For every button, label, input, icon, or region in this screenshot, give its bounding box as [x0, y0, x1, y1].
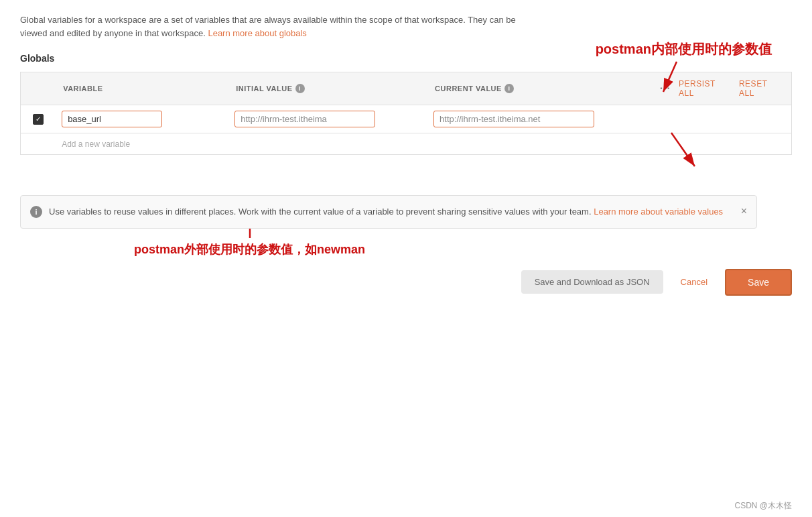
current-value-info-icon: i [504, 84, 514, 93]
persist-all-button[interactable]: Persist All [679, 79, 731, 98]
globals-table: VARIABLE INITIAL VALUE i CURRENT VALUE i [20, 72, 792, 155]
info-box: i Use variables to reuse values in diffe… [20, 195, 757, 229]
th-initial-value: INITIAL VALUE i [228, 72, 427, 105]
initial-value-info-icon: i [295, 84, 305, 93]
add-row: Add a new variable [21, 133, 792, 155]
initial-value-input[interactable] [234, 111, 375, 127]
th-actions: ··· Persist All Reset All [652, 72, 792, 105]
globals-title: Globals [20, 53, 792, 64]
add-variable-placeholder[interactable]: Add a new variable [62, 139, 130, 149]
cancel-button[interactable]: Cancel [674, 270, 714, 294]
save-download-button[interactable]: Save and Download as JSON [521, 270, 663, 294]
table-row: ✓ [21, 105, 792, 133]
row-initial-value-cell [228, 105, 427, 133]
info-box-icon: i [30, 206, 42, 218]
info-box-close-button[interactable]: × [741, 205, 747, 217]
th-variable: VARIABLE [55, 72, 228, 105]
reset-all-button[interactable]: Reset All [739, 79, 783, 98]
row-current-value-cell [427, 105, 652, 133]
variable-input[interactable] [62, 111, 162, 127]
description-text: Global variables for a workspace are a s… [20, 13, 543, 40]
row-checkbox-cell: ✓ [21, 105, 56, 133]
footer-bar: Save and Download as JSON Cancel Save [0, 255, 812, 309]
row-actions-cell [652, 105, 792, 133]
more-options-icon[interactable]: ··· [660, 82, 671, 95]
learn-more-variables-link[interactable]: Learn more about variable values [594, 207, 723, 217]
row-checkbox[interactable]: ✓ [33, 114, 44, 125]
info-box-text: Use variables to reuse values in differe… [49, 205, 723, 219]
watermark: CSDN @木木怪 [734, 500, 792, 512]
row-variable-cell [55, 105, 228, 133]
current-value-input[interactable] [433, 111, 594, 127]
learn-more-globals-link[interactable]: Learn more about globals [208, 28, 306, 38]
th-current-value: CURRENT VALUE i [427, 72, 652, 105]
th-check [21, 72, 56, 105]
save-button[interactable]: Save [725, 269, 792, 296]
